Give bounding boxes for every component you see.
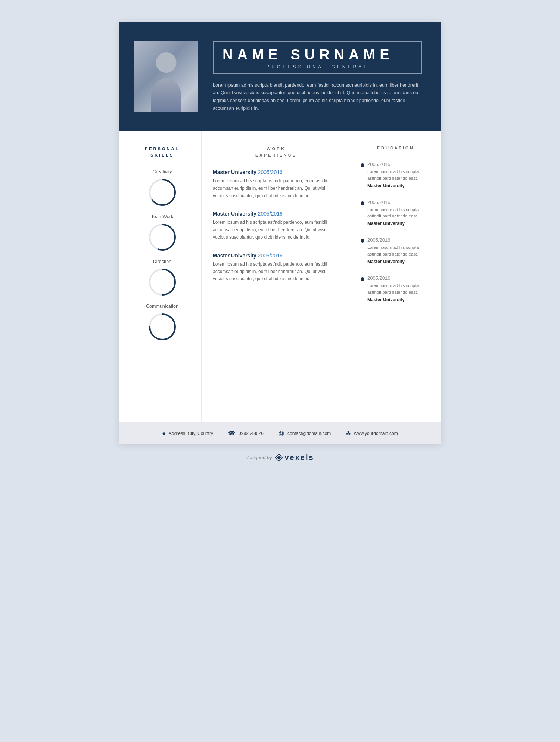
edu-uni-4: Master University <box>367 297 432 302</box>
education-item-1: 2005/2016 Lorem ipsum ad his scripta ast… <box>367 161 432 188</box>
web-icon: ☘ <box>346 430 351 437</box>
email-icon: @ <box>279 430 284 437</box>
header-info: NAME SURNAME PROFESSIONAL GENERAL Lorem … <box>213 41 422 112</box>
timeline-dot-2 <box>361 201 364 205</box>
work-experience-title: WORKEXPERIENCE <box>213 146 339 158</box>
education-item-2: 2005/2016 Lorem ipsum ad his scripta ast… <box>367 200 432 226</box>
skill-communication: Communication <box>146 304 178 342</box>
work-item-2: Master University 2005/2016 Lorem ipsum … <box>213 211 339 241</box>
footer-address: ● Address, City, Country <box>162 430 213 437</box>
work-item-3-desc: Lorem ipsum ad his scripta astfndit part… <box>213 261 339 283</box>
vexels-logo: vexels <box>275 453 314 462</box>
skill-creativity-circle <box>147 177 177 207</box>
education-column: EDUCATION 2005/2016 Lorem ipsum ad his s… <box>351 131 441 422</box>
work-item-3-title: Master University 2005/2016 <box>213 253 339 259</box>
skill-communication-label: Communication <box>146 304 178 309</box>
designed-by-text: designed by <box>246 455 272 460</box>
skill-direction-circle <box>147 267 177 297</box>
work-item-3: Master University 2005/2016 Lorem ipsum … <box>213 253 339 283</box>
skill-direction-label: Direction <box>153 259 171 264</box>
edu-year-1: 2005/2016 <box>367 161 432 167</box>
education-item-4: 2005/2016 Lorem ipsum ad his scripta ast… <box>367 275 432 302</box>
footer-phone: ☎ 0992548626 <box>228 430 264 437</box>
phone-text: 0992548626 <box>239 431 264 436</box>
edu-desc-2: Lorem ipsum ad his scripta astfndit part… <box>367 207 432 220</box>
timeline-dot-3 <box>361 239 364 243</box>
edu-uni-1: Master University <box>367 183 432 188</box>
edu-year-4: 2005/2016 <box>367 275 432 281</box>
professional-title: PROFESSIONAL GENERAL <box>223 64 412 69</box>
education-title: EDUCATION <box>360 146 432 150</box>
svg-marker-9 <box>277 455 281 460</box>
edu-desc-3: Lorem ipsum ad his scripta astfndit part… <box>367 244 432 258</box>
edu-year-3: 2005/2016 <box>367 237 432 243</box>
footer-section: ● Address, City, Country ☎ 0992548626 @ … <box>119 422 441 444</box>
work-item-2-title: Master University 2005/2016 <box>213 211 339 217</box>
education-item-3: 2005/2016 Lorem ipsum ad his scripta ast… <box>367 237 432 264</box>
education-timeline: 2005/2016 Lorem ipsum ad his scripta ast… <box>360 161 432 313</box>
body-section: PERSONALSKILLS Creativity TeamWork Direc… <box>119 131 441 422</box>
timeline-dot-4 <box>361 277 364 281</box>
skills-column: PERSONALSKILLS Creativity TeamWork Direc… <box>119 131 202 422</box>
website-text: www.yourdomain.com <box>354 431 398 436</box>
skills-section-title: PERSONALSKILLS <box>145 146 180 158</box>
skill-creativity-label: Creativity <box>152 169 172 174</box>
brand-name: vexels <box>284 453 314 462</box>
full-name: NAME SURNAME <box>223 47 412 63</box>
email-text: contact@domain.com <box>287 431 331 436</box>
work-item-2-desc: Lorem ipsum ad his scripta astfndit part… <box>213 219 339 241</box>
work-item-1-title: Master University 2005/2016 <box>213 169 339 175</box>
phone-icon: ☎ <box>228 430 236 437</box>
timeline-dot-1 <box>361 163 364 167</box>
skill-creativity: Creativity <box>147 169 177 207</box>
header-description: Lorem ipsum ad his scripta blandit parti… <box>213 81 422 112</box>
work-item-1: Master University 2005/2016 Lorem ipsum … <box>213 169 339 200</box>
work-item-1-desc: Lorem ipsum ad his scripta astfndit part… <box>213 177 339 200</box>
skill-teamwork-label: TeamWork <box>151 214 174 219</box>
resume-document: NAME SURNAME PROFESSIONAL GENERAL Lorem … <box>119 22 441 444</box>
edu-uni-2: Master University <box>367 221 432 226</box>
profile-photo <box>134 41 198 112</box>
work-experience-column: WORKEXPERIENCE Master University 2005/20… <box>202 131 351 422</box>
edu-uni-3: Master University <box>367 259 432 264</box>
skill-teamwork: TeamWork <box>147 214 177 252</box>
skill-teamwork-circle <box>147 222 177 252</box>
edu-desc-4: Lorem ipsum ad his scripta astfndit part… <box>367 282 432 296</box>
skill-communication-circle <box>147 312 177 342</box>
address-text: Address, City, Country <box>169 431 213 436</box>
edu-desc-1: Lorem ipsum ad his scripta astfndit part… <box>367 169 432 182</box>
footer-website: ☘ www.yourdomain.com <box>346 430 398 437</box>
footer-email: @ contact@domain.com <box>279 430 331 437</box>
header-section: NAME SURNAME PROFESSIONAL GENERAL Lorem … <box>119 22 441 131</box>
name-box: NAME SURNAME PROFESSIONAL GENERAL <box>213 41 422 74</box>
designed-by-section: designed by vexels <box>246 453 314 469</box>
location-icon: ● <box>162 430 166 437</box>
vexels-diamond-icon <box>275 454 283 462</box>
skill-direction: Direction <box>147 259 177 297</box>
edu-year-2: 2005/2016 <box>367 200 432 205</box>
